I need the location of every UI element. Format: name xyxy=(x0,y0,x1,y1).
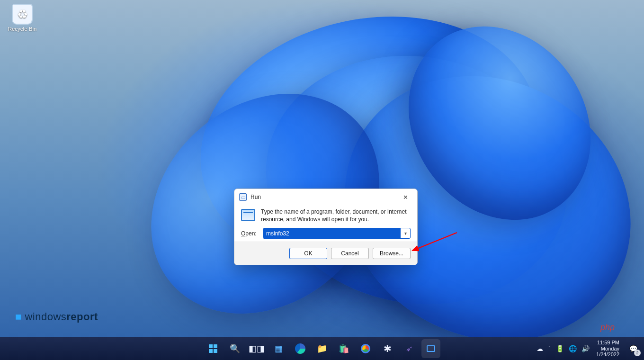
close-icon: ✕ xyxy=(403,194,408,201)
overlay-watermark: php xyxy=(600,323,615,333)
chrome-icon xyxy=(361,344,370,353)
volume-icon[interactable]: 🔊 xyxy=(581,345,590,352)
taskbar-right: ☁ ˄ 🔋 🌐 🔊 11:59 PM Monday 1/24/2022 💬 2 xyxy=(537,337,639,360)
taskbar-center: 🔍 ◧◨ ▦ 📁 🛍️ ✱ ➶ xyxy=(204,339,440,358)
taskbar-edge[interactable] xyxy=(291,339,310,358)
notification-badge: 2 xyxy=(634,350,641,356)
run-description: Type the name of a program, folder, docu… xyxy=(261,208,411,223)
search-icon: 🔍 xyxy=(230,343,240,354)
onedrive-tray-icon[interactable]: ☁ xyxy=(537,345,543,352)
ok-button[interactable]: OK xyxy=(289,248,327,259)
run-dialog: ▭ Run ✕ Type the name of a program, fold… xyxy=(234,189,418,265)
cancel-button[interactable]: Cancel xyxy=(331,248,369,259)
recycle-bin-icon: ♻ xyxy=(12,4,33,25)
taskbar-ms-store[interactable]: 🛍️ xyxy=(334,339,353,358)
browse-button[interactable]: Browse... xyxy=(373,248,411,259)
slack-icon: ✱ xyxy=(384,343,392,354)
run-title: Run xyxy=(250,194,261,200)
taskbar-file-explorer[interactable]: 📁 xyxy=(313,339,331,358)
widgets-icon: ▦ xyxy=(275,343,283,354)
store-icon: 🛍️ xyxy=(339,343,349,354)
folder-icon: 📁 xyxy=(317,343,327,354)
clock-date: 1/24/2022 xyxy=(596,351,619,358)
notification-center[interactable]: 💬 2 xyxy=(627,342,639,355)
taskbar-start[interactable] xyxy=(204,339,223,358)
battery-icon[interactable]: 🔋 xyxy=(556,345,564,352)
taskbar-lightshot[interactable]: ➶ xyxy=(400,339,419,358)
run-taskbar-icon xyxy=(427,345,435,352)
close-button[interactable]: ✕ xyxy=(397,192,413,202)
feather-icon: ➶ xyxy=(406,343,413,354)
run-program-icon xyxy=(241,209,255,221)
tray-chevron-icon[interactable]: ˄ xyxy=(548,345,551,352)
taskbar-search[interactable]: 🔍 xyxy=(225,339,244,358)
watermark-windows-report: ■ windowsreport xyxy=(15,311,98,323)
run-titlebar[interactable]: ▭ Run ✕ xyxy=(234,189,417,203)
chevron-down-icon[interactable]: ▾ xyxy=(401,231,410,236)
taskbar-task-view[interactable]: ◧◨ xyxy=(247,339,266,358)
desktop-icon-label: Recycle Bin xyxy=(5,26,40,32)
clock-time: 11:59 PM xyxy=(596,340,619,346)
taskbar-chrome[interactable] xyxy=(356,339,375,358)
desktop-icon-recycle-bin[interactable]: ♻ Recycle Bin xyxy=(5,4,40,32)
open-input[interactable] xyxy=(263,228,401,238)
run-icon: ▭ xyxy=(239,193,247,201)
taskbar: 🔍 ◧◨ ▦ 📁 🛍️ ✱ ➶ ☁ ˄ 🔋 🌐 🔊 11:59 PM Monda… xyxy=(0,337,644,360)
taskbar-widgets[interactable]: ▦ xyxy=(269,339,288,358)
start-icon xyxy=(209,344,217,353)
task-view-icon: ◧◨ xyxy=(249,343,265,354)
desktop[interactable]: ♻ Recycle Bin ■ windowsreport ▭ Run ✕ Ty… xyxy=(0,0,644,360)
open-label: Open: xyxy=(241,230,258,237)
edge-icon xyxy=(295,343,305,354)
run-button-row: OK Cancel Browse... xyxy=(234,242,417,265)
open-combobox[interactable]: ▾ xyxy=(263,228,411,239)
taskbar-clock[interactable]: 11:59 PM Monday 1/24/2022 xyxy=(596,340,619,358)
network-icon[interactable]: 🌐 xyxy=(569,345,577,352)
taskbar-run[interactable] xyxy=(421,339,440,358)
taskbar-slack[interactable]: ✱ xyxy=(378,339,397,358)
clock-day: Monday xyxy=(596,346,619,352)
